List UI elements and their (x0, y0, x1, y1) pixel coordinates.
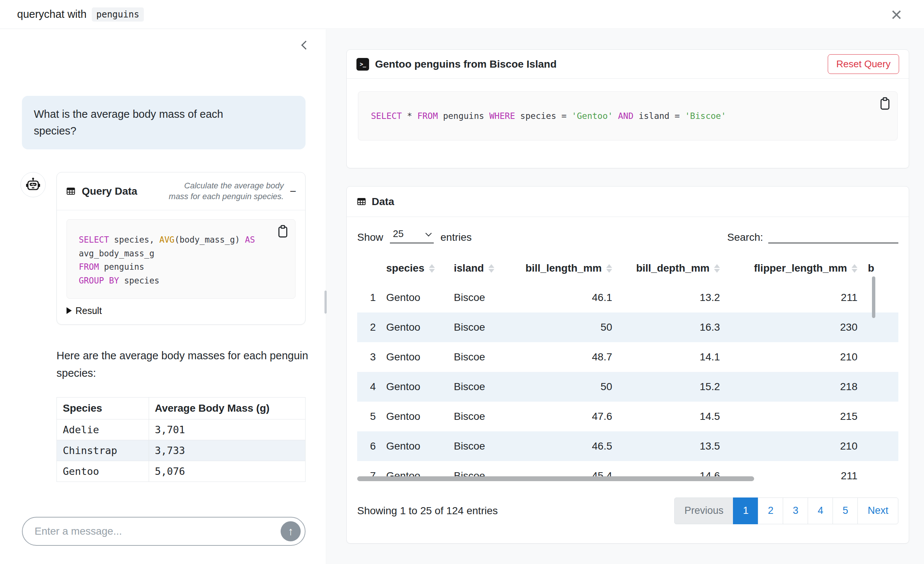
column-header-species[interactable]: species (381, 248, 448, 283)
terminal-prompt-glyph: >_ (360, 61, 366, 67)
page-size-select[interactable]: 25 (390, 228, 434, 243)
tool-call-card: Query Data Calculate the average body ma… (57, 172, 306, 325)
main-sql-code-block: SELECT * FROM penguins WHERE species = '… (358, 91, 898, 141)
table-cell (862, 402, 898, 431)
table-cell: 16.3 (617, 313, 725, 342)
query-title: Gentoo penguins from Biscoe Island (375, 58, 557, 70)
chat-result-table: SpeciesAverage Body Mass (g) Adelie3,701… (57, 397, 306, 482)
vertical-scrollbar[interactable] (872, 277, 875, 318)
table-cell (862, 283, 898, 313)
sort-icon (852, 264, 858, 273)
page-button-4[interactable]: 4 (808, 498, 833, 524)
table-row: 5GentooBiscoe47.614.5215 (357, 402, 898, 431)
up-arrow-icon: ↑ (288, 525, 294, 538)
table-cell: Gentoo (381, 372, 448, 402)
pagination: Previous12345Next (675, 498, 898, 524)
page-button-3[interactable]: 3 (783, 498, 808, 524)
clipboard-icon (879, 97, 891, 111)
message-input[interactable] (22, 518, 261, 545)
column-header-flipper_length_mm[interactable]: flipper_length_mm (725, 248, 862, 283)
page-button-1[interactable]: 1 (733, 498, 758, 524)
page-button-2[interactable]: 2 (758, 498, 783, 524)
user-message-bubble: What is the average body mass of each sp… (22, 96, 306, 150)
data-card-title: Data (372, 196, 394, 208)
table-cell: Gentoo (381, 313, 448, 342)
terminal-icon: >_ (357, 58, 369, 70)
table-cell: Biscoe (448, 402, 509, 431)
search-input[interactable] (768, 229, 898, 243)
entries-label: entries (441, 232, 472, 243)
chevron-down-icon (426, 230, 432, 237)
table-row: 4GentooBiscoe5015.2218 (357, 372, 898, 402)
send-button[interactable]: ↑ (280, 521, 301, 542)
clipboard-icon (276, 224, 289, 239)
table-cell: 14.1 (617, 342, 725, 372)
sort-icon (488, 264, 494, 273)
sql-token: FROM (79, 262, 99, 272)
page-button-next[interactable]: Next (858, 498, 898, 524)
page-button-previous[interactable]: Previous (674, 498, 734, 524)
column-label: species (386, 262, 424, 274)
sql-code-text: SELECT species, AVG(body_mass_g) ASavg_b… (79, 233, 283, 287)
copy-button[interactable] (276, 224, 290, 239)
page-title: querychat with penguins (17, 7, 144, 22)
sort-icon (606, 264, 612, 273)
table-icon (66, 186, 76, 196)
table-cell: Biscoe (448, 372, 509, 402)
table-row: Adelie3,701 (57, 419, 306, 440)
table-cell: Chinstrap (57, 440, 149, 461)
panel-resize-handle[interactable] (324, 290, 327, 314)
table-cell: Gentoo (381, 342, 448, 372)
collapse-card-button[interactable]: − (290, 186, 296, 197)
sql-token: WHERE (489, 111, 515, 121)
main-panel: >_ Gentoo penguins from Biscoe Island Re… (327, 29, 924, 564)
sql-token (613, 111, 618, 121)
horizontal-scrollbar[interactable] (357, 476, 754, 481)
main-sql-text: SELECT * FROM penguins WHERE species = '… (371, 111, 726, 121)
sort-icon (429, 264, 435, 273)
table-cell: 15.2 (617, 372, 725, 402)
table-cell: Biscoe (448, 313, 509, 342)
sql-token: GROUP BY (79, 276, 119, 285)
table-row: 3GentooBiscoe48.714.1210 (357, 342, 898, 372)
assistant-message-row: Query Data Calculate the average body ma… (21, 172, 306, 325)
data-table-viewport: speciesislandbill_length_mmbill_depth_mm… (357, 248, 898, 483)
table-cell: 215 (725, 402, 862, 431)
table-cell: 50 (509, 313, 617, 342)
column-header-index (357, 248, 381, 283)
table-cell: 50 (509, 372, 617, 402)
sql-token: (body_mass_g) (174, 235, 245, 244)
chat-table-header: Species (57, 398, 149, 419)
table-row: Chinstrap3,733 (57, 440, 306, 461)
bot-avatar (21, 172, 46, 197)
chat-panel: What is the average body mass of each sp… (0, 29, 326, 564)
query-card-header: >_ Gentoo penguins from Biscoe Island Re… (347, 50, 909, 79)
copy-button[interactable] (878, 96, 892, 112)
sql-token: AVG (159, 235, 175, 244)
close-icon: × (891, 5, 902, 24)
tool-card-header[interactable]: Query Data Calculate the average body ma… (57, 172, 305, 210)
table-cell (862, 342, 898, 372)
entries-summary: Showing 1 to 25 of 124 entries (357, 505, 498, 517)
collapse-chat-button[interactable] (296, 35, 315, 55)
column-header-bill_depth_mm[interactable]: bill_depth_mm (617, 248, 725, 283)
sql-token: SELECT (79, 235, 109, 244)
row-number-cell: 4 (357, 372, 381, 402)
table-cell: 210 (725, 342, 862, 372)
robot-icon (25, 177, 41, 193)
table-icon (357, 196, 366, 206)
minus-icon: − (290, 185, 296, 197)
page-button-5[interactable]: 5 (832, 498, 858, 524)
table-cell: 46.5 (509, 431, 617, 461)
table-cell: 13.5 (617, 431, 725, 461)
reset-query-button[interactable]: Reset Query (828, 54, 899, 74)
close-button[interactable]: × (886, 4, 907, 25)
table-cell: 210 (725, 431, 862, 461)
query-card-body: SELECT * FROM penguins WHERE species = '… (347, 79, 909, 153)
column-header-bill_length_mm[interactable]: bill_length_mm (509, 248, 617, 283)
triangle-right-icon (66, 307, 72, 314)
search-group: Search: (728, 229, 899, 243)
column-header-island[interactable]: island (448, 248, 509, 283)
sql-token: penguins (438, 111, 489, 121)
result-toggle[interactable]: Result (66, 305, 296, 316)
